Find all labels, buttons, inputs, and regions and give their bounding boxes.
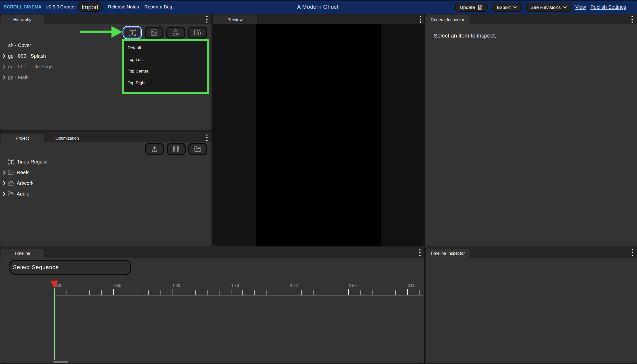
svg-text:T: T	[10, 159, 13, 165]
svg-text:T: T	[130, 29, 135, 36]
